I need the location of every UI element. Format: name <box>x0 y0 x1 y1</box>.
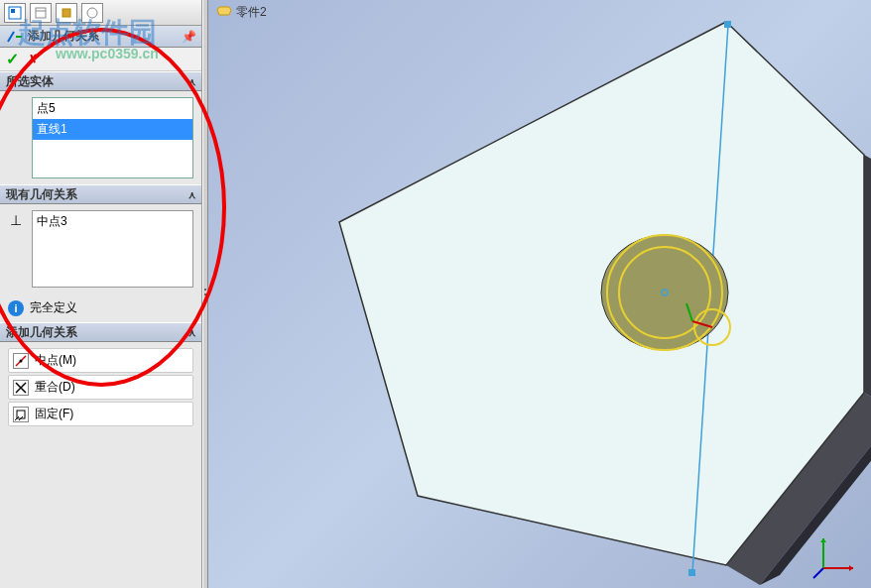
model-geometry <box>268 20 871 585</box>
view-orientation-triad[interactable] <box>811 529 863 580</box>
constraint-buttons: 中点(M) 重合(D) 固定(F) <box>0 342 201 432</box>
pin-icon[interactable]: 📌 <box>182 30 195 44</box>
line-endpoint[interactable] <box>724 21 731 28</box>
panel-title-bar: 添加几何关系 📌 <box>0 26 201 48</box>
line-endpoint[interactable] <box>688 569 695 576</box>
collapse-icon: ⋏ <box>188 76 195 87</box>
section-label: 所选实体 <box>6 73 54 90</box>
status-text: 完全定义 <box>30 299 77 316</box>
svg-line-22 <box>813 568 823 578</box>
list-item[interactable]: 直线1 <box>33 119 192 140</box>
center-hole <box>601 235 728 350</box>
breadcrumb-text: 零件2 <box>236 4 267 21</box>
svg-point-9 <box>20 359 23 362</box>
property-panel: 添加几何关系 📌 ✓ ✗ 所选实体 ⋏ 点5 直线1 现有几何关系 ⋏ ⊥ 中点… <box>0 0 202 588</box>
hex-side-face <box>864 155 871 412</box>
3d-viewport[interactable]: 零件2 <box>208 0 871 588</box>
svg-rect-2 <box>36 8 46 18</box>
add-relations-header[interactable]: 添加几何关系 ⋏ <box>0 322 201 342</box>
coincident-icon <box>13 380 29 396</box>
section-label: 现有几何关系 <box>6 186 77 203</box>
fixed-icon <box>13 407 29 422</box>
svg-point-5 <box>87 8 97 18</box>
midpoint-button[interactable]: 中点(M) <box>8 348 193 373</box>
svg-rect-4 <box>62 9 70 17</box>
section-label: 添加几何关系 <box>6 324 77 341</box>
svg-marker-19 <box>849 565 853 571</box>
collapse-icon: ⋏ <box>188 327 195 338</box>
collapse-icon: ⋏ <box>188 189 195 200</box>
list-item[interactable]: 点5 <box>33 98 192 119</box>
existing-relations-list[interactable]: 中点3 <box>32 210 193 288</box>
list-item[interactable]: 中点3 <box>33 211 192 232</box>
svg-line-6 <box>8 32 14 42</box>
definition-status: i 完全定义 <box>0 294 201 322</box>
coincident-button[interactable]: 重合(D) <box>8 375 193 400</box>
config-tab[interactable] <box>56 3 77 23</box>
breadcrumb: 零件2 <box>216 4 267 21</box>
info-icon: i <box>8 300 24 316</box>
part-icon <box>216 4 232 21</box>
property-tab[interactable] <box>30 3 52 23</box>
svg-marker-21 <box>820 538 826 542</box>
svg-rect-1 <box>11 9 15 13</box>
button-label: 中点(M) <box>35 352 76 369</box>
button-label: 重合(D) <box>35 379 75 396</box>
panel-title: 添加几何关系 <box>28 28 182 45</box>
feature-tree-tab[interactable] <box>4 3 26 23</box>
ok-button[interactable]: ✓ <box>6 50 19 68</box>
svg-marker-15 <box>217 7 231 15</box>
selected-entities-header[interactable]: 所选实体 ⋏ <box>0 71 201 91</box>
fixed-button[interactable]: 固定(F) <box>8 402 193 426</box>
ok-cancel-bar: ✓ ✗ <box>0 48 201 71</box>
selected-entities-list[interactable]: 点5 直线1 <box>32 97 193 178</box>
button-label: 固定(F) <box>35 406 73 422</box>
extra-tab[interactable] <box>81 3 103 23</box>
midpoint-icon <box>13 353 29 369</box>
relation-type-icon: ⊥ <box>10 212 22 228</box>
existing-relations-header[interactable]: 现有几何关系 ⋏ <box>0 184 201 204</box>
top-tab-bar <box>0 0 201 26</box>
cancel-button[interactable]: ✗ <box>27 52 39 67</box>
